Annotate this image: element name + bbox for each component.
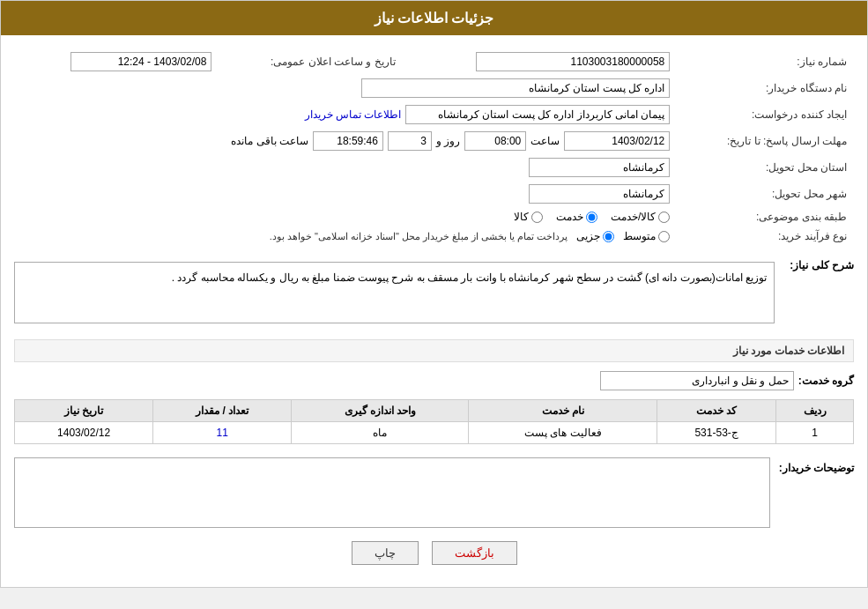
- deadline-cell: ساعت روز و ساعت باقی مانده: [14, 128, 677, 154]
- announce-date-cell: [14, 48, 219, 75]
- deadline-time-input[interactable]: [464, 131, 526, 151]
- cell-row-num: 1: [776, 422, 854, 444]
- radio-jozii-label: جزیی: [576, 230, 600, 242]
- table-row: 1 ج-53-531 فعالیت های پست ماه 11 1403/02…: [15, 422, 854, 444]
- city-input[interactable]: [529, 184, 670, 204]
- province-input[interactable]: [529, 158, 670, 177]
- radio-khedmat[interactable]: [586, 212, 597, 223]
- col-unit: واحد اندازه گیری: [292, 400, 469, 422]
- description-text: توزیع امانات(بصورت دانه ای) گشت در سطح ش…: [14, 262, 775, 323]
- cell-quantity: 11: [153, 422, 292, 444]
- description-box-wrapper: توزیع امانات(بصورت دانه ای) گشت در سطح ش…: [14, 255, 775, 330]
- buyer-notes-label: توضیحات خریدار:: [779, 457, 854, 474]
- category-radio-kala-khedmat: کالا/خدمت: [611, 211, 670, 223]
- announce-date-input[interactable]: [70, 52, 211, 71]
- radio-motavasset[interactable]: [658, 231, 670, 242]
- deadline-date-input[interactable]: [564, 131, 670, 151]
- radio-khedmat-label: خدمت: [556, 211, 583, 223]
- need-number-cell: [403, 48, 678, 75]
- city-cell: [14, 181, 677, 207]
- description-container: شرح کلی نیاز: توزیع امانات(بصورت دانه ای…: [14, 255, 854, 330]
- print-button[interactable]: چاپ: [352, 541, 419, 565]
- contact-info-link[interactable]: اطلاعات تماس خریدار: [305, 108, 402, 121]
- radio-kala-label: کالا: [514, 211, 529, 223]
- buyer-org-input[interactable]: [361, 78, 670, 98]
- radio-motavasset-label: متوسط: [623, 230, 656, 242]
- buyer-notes-container: توضیحات خریدار:: [14, 457, 854, 528]
- radio-kala-khedmat[interactable]: [658, 212, 670, 223]
- buyer-org-cell: [14, 75, 677, 101]
- buyer-org-label: نام دستگاه خریدار:: [677, 75, 854, 101]
- process-radio-motavasset: متوسط: [623, 230, 670, 242]
- remaining-time-input[interactable]: [313, 131, 383, 151]
- creator-input[interactable]: [405, 105, 670, 124]
- cell-unit: ماه: [292, 422, 469, 444]
- creator-label: ایجاد کننده درخواست:: [677, 101, 854, 128]
- services-table: ردیف کد خدمت نام خدمت واحد اندازه گیری ت…: [14, 399, 854, 444]
- back-button[interactable]: بازگشت: [432, 541, 517, 565]
- deadline-days-input[interactable]: [388, 131, 432, 151]
- description-label: شرح کلی نیاز:: [783, 259, 854, 271]
- category-label: طبقه بندی موضوعی:: [677, 207, 854, 227]
- services-section-title: اطلاعات خدمات مورد نیاز: [14, 339, 854, 362]
- page-header: جزئیات اطلاعات نیاز: [1, 1, 867, 35]
- page-wrapper: جزئیات اطلاعات نیاز شماره نیاز: تاریخ و …: [0, 0, 868, 588]
- buttons-row: بازگشت چاپ: [14, 541, 854, 565]
- main-content: شماره نیاز: تاریخ و ساعت اعلان عمومی: نا…: [1, 35, 867, 587]
- province-cell: [14, 154, 677, 181]
- deadline-days-label: روز و: [436, 135, 460, 147]
- page-title: جزئیات اطلاعات نیاز: [375, 11, 494, 26]
- col-service-code: کد خدمت: [657, 400, 775, 422]
- col-row-num: ردیف: [776, 400, 854, 422]
- province-label: استان محل تحویل:: [677, 154, 854, 181]
- deadline-label: مهلت ارسال پاسخ: تا تاریخ:: [677, 128, 854, 154]
- cell-service-name: فعالیت های پست: [469, 422, 657, 444]
- deadline-time-label: ساعت: [530, 135, 560, 147]
- radio-kala[interactable]: [531, 212, 543, 223]
- service-group-row: گروه خدمت:: [14, 371, 854, 390]
- process-note: پرداخت تمام یا بخشی از مبلغ خریدار محل "…: [270, 231, 568, 242]
- radio-jozii[interactable]: [603, 231, 614, 242]
- category-cell: کالا/خدمت خدمت کالا: [14, 207, 677, 227]
- category-radio-khedmat: خدمت: [556, 211, 597, 223]
- buyer-notes-textarea[interactable]: [14, 457, 770, 528]
- announce-date-label: تاریخ و ساعت اعلان عمومی:: [219, 48, 402, 75]
- process-label: نوع فرآیند خرید:: [677, 227, 854, 246]
- basic-info-table: شماره نیاز: تاریخ و ساعت اعلان عمومی: نا…: [14, 48, 854, 246]
- radio-kala-khedmat-label: کالا/خدمت: [611, 211, 656, 223]
- category-radio-kala: کالا: [514, 211, 543, 223]
- process-cell: متوسط جزیی پرداخت تمام یا بخشی از مبلغ خ…: [14, 227, 677, 246]
- col-quantity: تعداد / مقدار: [153, 400, 292, 422]
- remaining-label: ساعت باقی مانده: [231, 135, 308, 147]
- cell-need-date: 1403/02/12: [15, 422, 153, 444]
- creator-cell: اطلاعات تماس خریدار: [14, 101, 677, 128]
- col-need-date: تاریخ نیاز: [15, 400, 153, 422]
- service-group-label: گروه خدمت:: [798, 375, 854, 387]
- cell-service-code: ج-53-531: [657, 422, 775, 444]
- need-number-input[interactable]: [476, 52, 670, 71]
- city-label: شهر محل تحویل:: [677, 181, 854, 207]
- process-radio-jozii: جزیی: [576, 230, 614, 242]
- need-number-label: شماره نیاز:: [677, 48, 854, 75]
- col-service-name: نام خدمت: [469, 400, 657, 422]
- service-group-input[interactable]: [600, 371, 794, 390]
